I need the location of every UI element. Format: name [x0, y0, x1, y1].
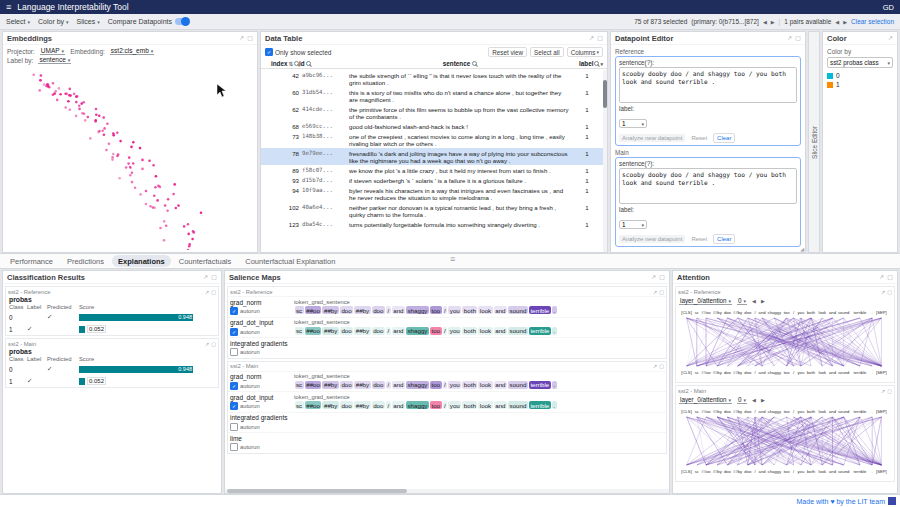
autorun-checkbox[interactable] [230, 443, 238, 451]
prev-head-button[interactable]: ◀ [752, 397, 756, 403]
maximize-icon[interactable]: ↗ [653, 288, 657, 296]
popout-icon[interactable]: ▢ [887, 272, 893, 282]
maximize-icon[interactable]: ↗ [787, 33, 792, 43]
clear-button[interactable]: Clear [713, 133, 735, 143]
reset-button[interactable]: Reset [688, 134, 710, 142]
table-row[interactable]: 89f58c07...we know the plot 's a little … [261, 165, 603, 175]
attention-head-select[interactable]: 0▾ [737, 297, 747, 305]
search-icon[interactable] [294, 61, 299, 66]
next-head-button[interactable]: ▶ [761, 397, 765, 403]
vertical-scrollbar[interactable] [603, 70, 607, 252]
next-head-button[interactable]: ▶ [761, 298, 765, 304]
tab-predictions[interactable]: Predictions [61, 255, 110, 267]
columns-button[interactable]: Columns ▾ [567, 47, 603, 57]
column-header-sentence[interactable]: sentence [343, 60, 577, 67]
table-row[interactable]: 789e79ee...fresnadillo 's dark and jolti… [261, 148, 603, 165]
scrollbar-thumb[interactable] [227, 489, 407, 493]
color-by-select[interactable]: sst2 probas class ▾ [827, 57, 893, 68]
reset-button[interactable]: Reset [688, 235, 710, 243]
sentence-input[interactable]: scooby dooby doo / and shaggy too / you … [619, 67, 797, 103]
next-datapoint-button[interactable]: ▶ [771, 19, 775, 25]
table-row[interactable]: 123dba54c...turns potentially forgettabl… [261, 219, 603, 229]
popout-icon[interactable]: ▢ [795, 33, 801, 43]
compare-datapoints-toggle[interactable] [175, 18, 189, 25]
autorun-control[interactable]: ✓autorun [230, 402, 294, 410]
prev-pair-button[interactable]: ◀ [835, 19, 839, 25]
maximize-icon[interactable]: ↗ [888, 33, 893, 43]
popout-icon[interactable]: ▢ [659, 362, 664, 370]
table-row[interactable]: 42a9bc96...the subtle strength of `` ell… [261, 70, 603, 87]
autorun-checkbox[interactable]: ✓ [230, 382, 238, 390]
table-row[interactable]: 73148b38...one of the creepiest , scarie… [261, 131, 603, 148]
tab-counterfactuals[interactable]: Counterfactuals [173, 255, 238, 267]
popout-icon[interactable]: ▢ [211, 272, 217, 282]
popout-icon[interactable]: ▢ [211, 340, 216, 348]
autorun-checkbox[interactable]: ✓ [230, 307, 238, 315]
autorun-control[interactable]: autorun [230, 423, 294, 431]
popout-icon[interactable]: ▢ [247, 33, 253, 43]
maximize-icon[interactable]: ↗ [879, 272, 884, 282]
label-by-select[interactable]: sentence ▾ [38, 56, 71, 64]
embedding-select[interactable]: sst2:cls_emb ▾ [110, 47, 154, 55]
autorun-checkbox[interactable] [230, 348, 238, 356]
autorun-control[interactable]: ✓autorun [230, 307, 294, 315]
label-select[interactable]: 1 ▾ [619, 220, 647, 229]
maximize-icon[interactable]: ↗ [881, 288, 885, 296]
maximize-icon[interactable]: ↗ [205, 288, 209, 296]
attention-layer-select[interactable]: layer_0/attention▾ [679, 297, 732, 305]
maximize-icon[interactable]: ↗ [205, 340, 209, 348]
maximize-icon[interactable]: ↗ [239, 33, 244, 43]
table-row[interactable]: 68e569cc...good old-fashioned slash-and-… [261, 121, 603, 131]
select-all-button[interactable]: Select all [530, 47, 564, 57]
attention-layer-select[interactable]: layer_0/attention▾ [679, 396, 732, 404]
toolbar-menu-slices[interactable]: Slices▾ [77, 18, 100, 25]
horizontal-scrollbar[interactable] [225, 489, 669, 493]
maximize-icon[interactable]: ↗ [589, 33, 594, 43]
prev-datapoint-button[interactable]: ◀ [763, 19, 767, 25]
sentence-input[interactable]: scooby dooby doo / and shaggy too / you … [619, 168, 797, 204]
popout-icon[interactable]: ▢ [211, 288, 216, 296]
autorun-checkbox[interactable]: ✓ [230, 402, 238, 410]
autorun-control[interactable]: autorun [230, 443, 294, 451]
autorun-checkbox[interactable]: ✓ [230, 328, 238, 336]
search-icon[interactable] [472, 61, 477, 66]
toolbar-menu-color-by[interactable]: Color by▾ [38, 18, 69, 25]
reset-view-button[interactable]: Reset view [488, 47, 527, 57]
autorun-control[interactable]: autorun [230, 348, 294, 356]
popout-icon[interactable]: ▢ [887, 288, 892, 296]
autorun-control[interactable]: ✓autorun [230, 382, 294, 390]
table-row[interactable]: 10240a6e4...neither parker nor donovan i… [261, 202, 603, 219]
maximize-icon[interactable]: ↗ [881, 387, 885, 395]
next-pair-button[interactable]: ▶ [843, 19, 847, 25]
popout-icon[interactable]: ▢ [597, 33, 603, 43]
only-show-selected-checkbox[interactable]: ✓ Only show selected [265, 48, 331, 56]
column-header-id[interactable]: id [299, 60, 343, 67]
clear-button[interactable]: Clear [713, 234, 735, 244]
sort-icon[interactable]: ⇅ [288, 61, 293, 67]
table-row[interactable]: 62414cde...the primitive force of this f… [261, 104, 603, 121]
tab-performance[interactable]: Performance [4, 255, 59, 267]
label-select[interactable]: 1 ▾ [619, 119, 647, 128]
maximize-icon[interactable]: ↗ [651, 272, 656, 282]
slice-editor-collapsed[interactable]: Slice Editor [808, 31, 820, 253]
resize-handle-icon[interactable]: ◢ [800, 246, 804, 252]
drag-handle-icon[interactable]: ≡ [450, 254, 455, 264]
autorun-control[interactable]: ✓autorun [230, 328, 294, 336]
tab-counterfactual-explanation[interactable]: Counterfactual Explanation [239, 255, 341, 267]
table-row[interactable]: 9410f9aa...byler reveals his characters … [261, 185, 603, 202]
search-icon[interactable] [594, 61, 599, 66]
maximize-icon[interactable]: ↗ [203, 272, 208, 282]
column-header-index[interactable]: index ⇅ [263, 60, 299, 67]
column-header-label-col[interactable]: label ▾ [577, 60, 605, 67]
projector-select[interactable]: UMAP ▾ [40, 47, 65, 55]
clear-selection-button[interactable]: Clear selection [851, 18, 894, 25]
popout-icon[interactable]: ▢ [887, 387, 892, 395]
popout-icon[interactable]: ▢ [659, 288, 664, 296]
popout-icon[interactable]: ▢ [659, 272, 665, 282]
embeddings-scatter[interactable] [3, 66, 257, 250]
toolbar-menu-select[interactable]: Select▾ [6, 18, 30, 25]
tab-explanations[interactable]: Explanations [112, 255, 171, 267]
maximize-icon[interactable]: ↗ [653, 362, 657, 370]
autorun-checkbox[interactable] [230, 423, 238, 431]
scrollbar-thumb[interactable] [603, 80, 607, 108]
